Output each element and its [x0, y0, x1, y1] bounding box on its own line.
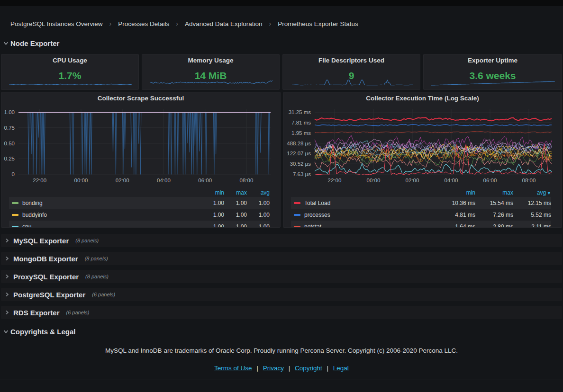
legend-avg-value: 5.52 ms — [513, 212, 551, 218]
legend-row: Total Load 10.36 ms 15.54 ms 12.15 ms — [291, 197, 551, 209]
section-title: ProxySQL Exporter — [13, 273, 79, 281]
link-separator: | — [327, 365, 329, 372]
legend-min-value: 1.00 — [201, 212, 224, 218]
svg-text:06:00: 06:00 — [483, 178, 497, 183]
section-copyrights-legal[interactable]: Copyrights & Legal — [1, 325, 76, 338]
legend-series-toggle[interactable]: Total Load — [291, 200, 437, 206]
legend-header: min max avg — [9, 188, 270, 197]
breadcrumb-separator-icon: › — [269, 20, 272, 27]
legend-min-value: 1.64 ms — [437, 223, 475, 228]
legal-trademark-text: MySQL and InnoDB are trademarks of Oracl… — [0, 347, 563, 354]
legend-series-toggle[interactable]: bonding — [9, 200, 201, 206]
breadcrumb-item-exploration[interactable]: Advanced Data Exploration — [185, 20, 263, 27]
panel-count: (8 panels) — [85, 274, 109, 279]
legend-max-value: 1.00 — [224, 212, 247, 218]
svg-text:08:00: 08:00 — [522, 178, 536, 183]
legend-avg-value: 1.00 — [247, 200, 270, 206]
legend-sort-min[interactable]: min — [437, 189, 475, 196]
legend-sort-avg[interactable]: avg — [247, 189, 270, 196]
svg-text:00:00: 00:00 — [367, 178, 381, 183]
legend-series-toggle[interactable]: buddyinfo — [9, 212, 201, 218]
section-title: MongoDB Exporter — [13, 255, 78, 263]
legend-series-name: netstat — [304, 223, 321, 228]
panel-collector-execution-time: Collector Execution Time (Log Scale) 31.… — [283, 92, 562, 228]
legend-row: netstat 1.64 ms 2.80 ms 2.11 ms — [291, 221, 551, 228]
chevron-right-icon — [1, 292, 13, 297]
dashboard-page: PostgreSQL Instances Overview › Processe… — [0, 0, 563, 392]
svg-text:0.25: 0.25 — [4, 156, 15, 161]
section-title: RDS Exporter — [13, 309, 60, 317]
svg-text:04:00: 04:00 — [445, 178, 458, 183]
panel-file-descriptors: File Descriptors Used 9 — [282, 54, 420, 90]
link-copyright[interactable]: Copyright — [295, 365, 322, 372]
breadcrumb-item-processes[interactable]: Processes Details — [118, 20, 169, 27]
svg-text:1.00: 1.00 — [4, 109, 15, 115]
link-legal[interactable]: Legal — [333, 365, 349, 372]
svg-text:7.63 µs: 7.63 µs — [293, 171, 311, 177]
sort-caret-icon: ▼ — [547, 191, 551, 196]
section-node-exporter[interactable]: Node Exporter — [1, 37, 59, 49]
legend-avg-value: 2.11 ms — [513, 223, 551, 228]
sparkline — [283, 54, 420, 90]
top-bar — [0, 0, 563, 6]
legend-min-value: 10.36 ms — [437, 200, 475, 206]
bottom-divider — [0, 380, 563, 380]
section-rds-exporter[interactable]: RDS Exporter (6 panels) — [1, 306, 562, 319]
legend-max-value: 1.00 — [224, 200, 247, 206]
svg-text:1.95 ms: 1.95 ms — [291, 130, 311, 136]
legend-avg-value: 12.15 ms — [513, 200, 551, 206]
svg-text:02:00: 02:00 — [116, 178, 129, 183]
svg-text:08:00: 08:00 — [240, 178, 254, 183]
svg-text:122.07 µs: 122.07 µs — [287, 151, 311, 156]
svg-text:0.75: 0.75 — [4, 125, 15, 131]
legend-max-value: 7.26 ms — [475, 212, 513, 218]
legend-sort-max[interactable]: max — [475, 189, 513, 196]
link-privacy[interactable]: Privacy — [263, 365, 284, 372]
legend-series-toggle[interactable]: processes — [291, 212, 437, 218]
legend-max-value: 1.00 — [224, 223, 247, 228]
breadcrumb-separator-icon: › — [176, 20, 178, 27]
chevron-down-icon — [1, 329, 10, 334]
legend-sort-max[interactable]: max — [224, 189, 247, 196]
breadcrumb-item-exporter-status[interactable]: Prometheus Exporter Status — [278, 20, 358, 27]
legend-max-value: 2.80 ms — [475, 223, 513, 228]
panel-count: (6 panels) — [92, 292, 115, 297]
legend-row: buddyinfo 1.00 1.00 1.00 — [9, 209, 270, 221]
legend-series-name: bonding — [22, 200, 43, 206]
section-title: PostgreSQL Exporter — [13, 291, 85, 299]
legend-min-value: 4.81 ms — [437, 212, 475, 218]
link-separator: | — [256, 365, 258, 372]
series-color-swatch — [12, 202, 18, 204]
section-mongodb-exporter[interactable]: MongoDB Exporter (8 panels) — [1, 252, 562, 265]
section-mysql-exporter[interactable]: MySQL Exporter (8 panels) — [1, 234, 562, 247]
panel-count: (6 panels) — [66, 310, 90, 315]
legend-row: cpu 1.00 1.00 1.00 — [9, 221, 270, 228]
svg-text:0: 0 — [12, 171, 15, 177]
breadcrumb-separator-icon: › — [109, 20, 112, 27]
legend-series-toggle[interactable]: netstat — [291, 223, 437, 228]
section-postgresql-exporter[interactable]: PostgreSQL Exporter (6 panels) — [1, 288, 562, 301]
panel-count: (8 panels) — [75, 238, 99, 243]
section-title: Node Exporter — [10, 39, 59, 47]
svg-text:488.28 µs: 488.28 µs — [287, 141, 311, 146]
graph-legend: min max avg▼ Total Load 10.36 ms 15.54 m… — [291, 188, 551, 228]
legend-row: processes 4.81 ms 7.26 ms 5.52 ms — [291, 209, 551, 221]
legend-sort-avg[interactable]: avg▼ — [513, 189, 551, 196]
legend-series-name: cpu — [22, 223, 31, 228]
svg-text:22:00: 22:00 — [328, 178, 342, 183]
section-proxysql-exporter[interactable]: ProxySQL Exporter (8 panels) — [1, 270, 562, 283]
breadcrumb-item-overview[interactable]: PostgreSQL Instances Overview — [10, 20, 103, 27]
link-terms-of-use[interactable]: Terms of Use — [214, 365, 252, 372]
panel-exporter-uptime: Exporter Uptime 3.6 weeks — [423, 54, 562, 90]
svg-text:02:00: 02:00 — [406, 178, 419, 183]
svg-text:30.52 µs: 30.52 µs — [290, 161, 311, 167]
chevron-right-icon — [1, 310, 13, 315]
legend-sort-min[interactable]: min — [201, 189, 224, 196]
legal-links: Terms of Use | Privacy | Copyright | Leg… — [0, 365, 563, 372]
legend-series-toggle[interactable]: cpu — [9, 223, 201, 228]
svg-text:31.25 ms: 31.25 ms — [289, 109, 311, 115]
sparkline — [1, 54, 139, 90]
series-color-swatch — [294, 226, 300, 228]
svg-text:22:00: 22:00 — [33, 178, 46, 183]
svg-text:0.50: 0.50 — [4, 141, 15, 146]
